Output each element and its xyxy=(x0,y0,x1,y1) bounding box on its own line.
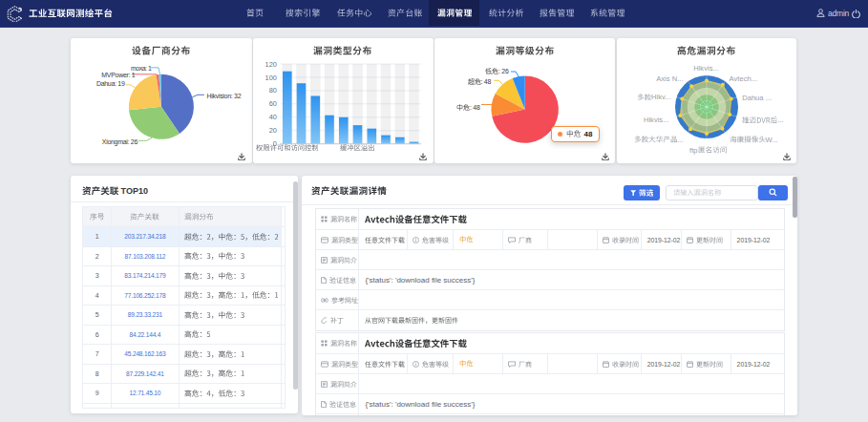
svg-text:40: 40 xyxy=(268,113,276,121)
svg-text:120: 120 xyxy=(265,60,276,69)
svg-text:20: 20 xyxy=(268,126,276,135)
svg-text:60: 60 xyxy=(268,99,276,108)
svg-text:80: 80 xyxy=(268,86,276,95)
svg-text:100: 100 xyxy=(265,74,276,82)
